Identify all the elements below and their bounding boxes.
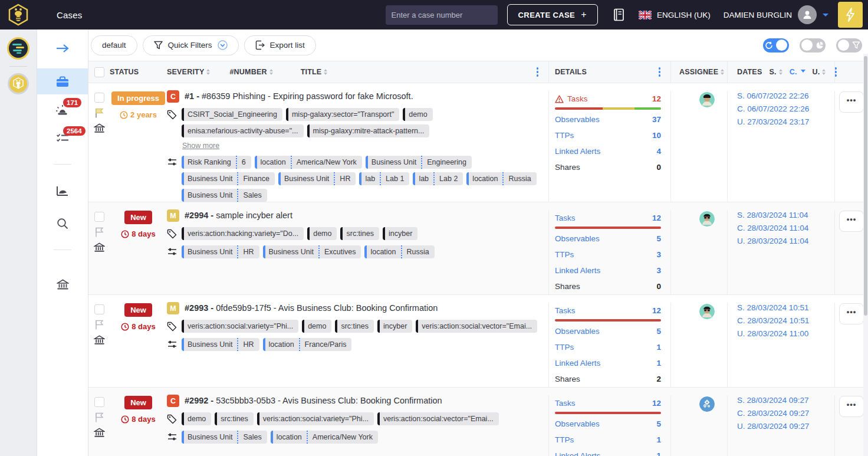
export-list-button[interactable]: Export list bbox=[244, 35, 316, 55]
column-severity[interactable]: SEVERITY bbox=[167, 67, 210, 77]
tag-chip[interactable]: enisa:nefarious-activity-abuse="... bbox=[182, 124, 304, 137]
custom-field-chip[interactable]: Business UnitHR bbox=[278, 172, 356, 185]
row-checkbox[interactable] bbox=[94, 93, 104, 103]
updated-date[interactable]: U. 27/03/2024 23:17 bbox=[737, 117, 834, 126]
updated-date[interactable]: U. 28/03/2024 09:27 bbox=[737, 422, 834, 431]
filter-preset-button[interactable]: default bbox=[91, 35, 137, 55]
tag-chip[interactable]: misp-galaxy:mitre-attack-pattern... bbox=[307, 124, 430, 137]
row-actions-button[interactable]: ••• bbox=[839, 211, 864, 232]
ttps-link[interactable]: TTPs bbox=[555, 250, 574, 259]
flag-icon[interactable] bbox=[95, 320, 104, 330]
sidebar-item-search[interactable] bbox=[37, 211, 88, 237]
tag-chip[interactable]: veris:action:hacking:variety="Do... bbox=[182, 227, 304, 240]
sidebar-item-organisation[interactable] bbox=[37, 271, 88, 297]
details-column-menu-icon[interactable] bbox=[657, 65, 663, 78]
tag-chip[interactable]: CSIRT_Social_Engineering bbox=[182, 108, 282, 121]
custom-field-chip[interactable]: Business UnitHR bbox=[182, 245, 259, 258]
observables-link[interactable]: Observables bbox=[555, 234, 600, 243]
tag-chip[interactable]: veris:action:social:vector="Emai... bbox=[416, 320, 537, 333]
shares-bank-icon[interactable] bbox=[94, 428, 105, 438]
custom-field-chip[interactable]: locationAmerica/New York bbox=[271, 431, 378, 444]
tasks-link[interactable]: Tasks bbox=[555, 214, 576, 222]
sidebar-item-tasks[interactable]: 2564 bbox=[37, 125, 88, 151]
sidebar-item-dashboards[interactable] bbox=[37, 178, 88, 204]
row-actions-button[interactable]: ••• bbox=[839, 91, 864, 113]
flag-icon[interactable] bbox=[95, 412, 104, 422]
custom-field-chip[interactable]: Risk Ranking6 bbox=[182, 156, 251, 169]
scrollbar-thumb[interactable] bbox=[864, 56, 867, 316]
row-checkbox[interactable] bbox=[94, 397, 104, 407]
sidebar-item-alerts[interactable]: 171 bbox=[37, 97, 88, 123]
observables-link[interactable]: Observables bbox=[555, 419, 600, 428]
custom-field-chip[interactable]: locationAmerica/New York bbox=[255, 156, 362, 169]
created-date[interactable]: C. 28/03/2024 09:27 bbox=[737, 409, 834, 418]
column-status[interactable]: STATUS bbox=[110, 68, 139, 76]
auto-refresh-toggle[interactable] bbox=[763, 38, 789, 53]
column-details[interactable]: DETAILS bbox=[555, 68, 587, 76]
linked-alerts-link[interactable]: Linked Alerts bbox=[555, 359, 600, 368]
assignee-avatar[interactable] bbox=[699, 92, 715, 107]
observables-link[interactable]: Observables bbox=[555, 327, 600, 336]
row-actions-button[interactable]: ••• bbox=[839, 396, 864, 417]
shares-bank-icon[interactable] bbox=[94, 335, 105, 345]
shares-bank-icon[interactable] bbox=[94, 242, 105, 252]
start-date[interactable]: S. 06/07/2022 22:26 bbox=[737, 91, 834, 100]
tag-chip[interactable]: incyber bbox=[383, 227, 417, 240]
ttps-link[interactable]: TTPs bbox=[555, 435, 574, 444]
start-date[interactable]: S. 28/03/2024 10:51 bbox=[737, 303, 834, 312]
case-title[interactable]: #2994 - sample incyber alert bbox=[185, 210, 292, 221]
created-date[interactable]: C. 06/07/2022 22:26 bbox=[737, 104, 834, 113]
updated-date[interactable]: U. 28/03/2024 11:00 bbox=[737, 329, 834, 338]
case-title[interactable]: #2992 - 53c5bbb3-05b3 - Avis Business Cl… bbox=[185, 395, 442, 406]
observables-link[interactable]: Observables bbox=[555, 115, 600, 124]
profile-avatar[interactable] bbox=[8, 73, 29, 94]
custom-field-chip[interactable]: labLab 2 bbox=[413, 172, 463, 185]
flag-icon[interactable] bbox=[95, 227, 104, 237]
tag-chip[interactable]: demo bbox=[307, 227, 337, 240]
tag-chip[interactable]: src:tines bbox=[215, 412, 254, 425]
sidebar-expand-button[interactable] bbox=[37, 35, 88, 61]
linked-alerts-link[interactable]: Linked Alerts bbox=[555, 266, 600, 275]
tag-chip[interactable]: veris:action:social:vector="Emai... bbox=[377, 412, 499, 425]
row-checkbox[interactable] bbox=[94, 212, 104, 222]
custom-field-chip[interactable]: locationFrance/Paris bbox=[263, 338, 352, 351]
start-date[interactable]: S. 28/03/2024 09:27 bbox=[737, 396, 834, 405]
custom-field-chip[interactable]: Business UnitFinance bbox=[182, 172, 275, 185]
column-title[interactable]: TITLE bbox=[301, 67, 328, 77]
assignee-avatar[interactable] bbox=[699, 211, 715, 227]
tasks-link[interactable]: Tasks bbox=[567, 94, 588, 103]
tag-chip[interactable]: incyber bbox=[377, 320, 412, 333]
case-title[interactable]: #1 - #86359 Phishing - Expiring password… bbox=[185, 91, 413, 102]
custom-field-chip[interactable]: Business UnitHR bbox=[182, 338, 259, 351]
tag-chip[interactable]: src:tines bbox=[335, 320, 374, 333]
table-row[interactable]: New 8 days C #2992 - 53c5bbb3-05b3 - Avi… bbox=[88, 388, 868, 456]
linked-alerts-link[interactable]: Linked Alerts bbox=[555, 147, 600, 156]
custom-field-chip[interactable]: labLab 1 bbox=[359, 172, 409, 185]
row-checkbox[interactable] bbox=[94, 304, 104, 314]
custom-field-chip[interactable]: locationRussia bbox=[466, 172, 536, 185]
custom-field-chip[interactable]: Business UnitSales bbox=[182, 431, 267, 444]
ttps-link[interactable]: TTPs bbox=[555, 131, 574, 140]
charts-toggle[interactable] bbox=[800, 38, 826, 53]
sort-updated-date[interactable]: U. bbox=[813, 67, 826, 77]
sort-start-date[interactable]: S. bbox=[769, 67, 782, 77]
show-more-link[interactable]: Show more bbox=[182, 142, 219, 150]
quick-filters-button[interactable]: Quick Filters bbox=[143, 35, 239, 55]
table-row[interactable]: In progress 2 years C #1 - #86359 Phishi… bbox=[88, 83, 868, 202]
language-selector[interactable]: ENGLISH (UK) bbox=[639, 11, 711, 19]
updated-date[interactable]: U. 28/03/2024 11:04 bbox=[737, 237, 834, 245]
column-number[interactable]: #NUMBER bbox=[229, 67, 272, 77]
row-actions-button[interactable]: ••• bbox=[839, 303, 864, 324]
select-all-checkbox[interactable] bbox=[94, 67, 104, 77]
column-assignee[interactable]: ASSIGNEE bbox=[679, 67, 724, 77]
assignee-avatar[interactable] bbox=[699, 304, 715, 319]
flag-icon[interactable] bbox=[95, 108, 104, 118]
custom-field-chip[interactable]: Business UnitSales bbox=[182, 189, 267, 202]
table-row[interactable]: New 8 days M #2994 - sample incyber aler… bbox=[88, 202, 868, 295]
custom-field-chip[interactable]: Business UnitExcutives bbox=[263, 245, 361, 258]
shares-bank-icon[interactable] bbox=[94, 123, 105, 133]
user-menu[interactable]: DAMIEN BURGLIN bbox=[724, 5, 828, 24]
case-title[interactable]: #2993 - 0fde59b9-17f5 - Avis Business Cl… bbox=[185, 303, 438, 314]
created-date[interactable]: C. 28/03/2024 11:04 bbox=[737, 224, 834, 232]
case-number-input[interactable] bbox=[392, 11, 495, 19]
